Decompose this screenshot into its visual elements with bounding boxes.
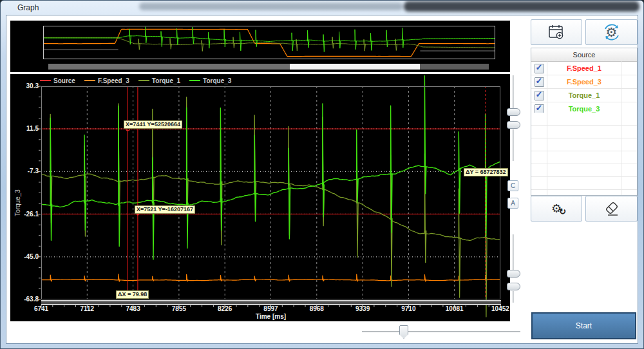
x-tick-label: 7112 <box>80 305 94 312</box>
c-button[interactable]: C <box>507 180 518 191</box>
x-tick-label: 10452 <box>491 305 509 312</box>
main-chart-canvas[interactable] <box>41 86 500 299</box>
x-tick-label: 8226 <box>218 305 232 312</box>
source-row-spacer <box>621 75 637 88</box>
calendar-add-icon <box>547 24 565 41</box>
horizontal-slider-thumb[interactable] <box>399 325 408 339</box>
main-chart-panel: Source F.Speed_3 Torque_1 Torque_3 Torqu… <box>10 74 510 321</box>
eraser-button[interactable] <box>585 196 638 222</box>
legend-item-torque3: Torque_3 <box>189 77 231 84</box>
source-list-divider <box>547 61 547 195</box>
delta-y-tooltip: ΔY = 68727832 <box>464 168 508 176</box>
x-axis-title: Time [ms] <box>41 313 500 320</box>
delta-x-tooltip: ΔX = 79.98 <box>116 290 149 299</box>
source-row-label: F.Speed_1 <box>547 64 621 72</box>
x-tick-label: 7855 <box>172 305 186 312</box>
checkbox-torque1[interactable] <box>535 91 544 100</box>
legend-label: Torque_1 <box>152 77 180 84</box>
zoom-slider-track-bottom-2[interactable] <box>513 291 514 303</box>
titlebar-blur-light <box>139 3 403 10</box>
source-row-label: Torque_3 <box>547 105 621 113</box>
overview-scrollbar-track-left[interactable] <box>48 64 290 70</box>
cursor-tooltip-2: X=7521 Y=-16207167 <box>135 205 195 214</box>
y-tick-label: -26.1 <box>17 211 39 218</box>
gear-run-button[interactable]: ⚙ ↻ <box>531 196 582 222</box>
legend-item-source: Source <box>40 77 75 84</box>
client-area: Source F.Speed_3 Torque_1 Torque_3 Torqu… <box>6 15 638 344</box>
eraser-icon <box>602 200 621 217</box>
zoom-slider-track-top-2[interactable] <box>513 129 514 161</box>
legend-item-fspeed3: F.Speed_3 <box>84 77 129 84</box>
x-axis-bar[interactable] <box>41 300 501 305</box>
overview-chart-canvas[interactable] <box>44 26 495 59</box>
run-arrow-icon: ↻ <box>559 207 566 216</box>
overview-scrollbar-thumb[interactable] <box>290 64 420 70</box>
app-window: Graph Source F.Speed_3 <box>0 0 644 349</box>
y-tick-label: 11.5 <box>17 125 39 132</box>
source-row-label: Torque_1 <box>547 91 621 99</box>
source-row-label: F.Speed_3 <box>547 78 621 86</box>
x-tick-label: 9339 <box>355 305 370 312</box>
chart-legend: Source F.Speed_3 Torque_1 Torque_3 <box>40 76 231 85</box>
y-tick-label: -45.0 <box>17 253 39 260</box>
window-title: Graph <box>17 3 39 12</box>
calendar-add-button[interactable] <box>531 19 582 45</box>
x-tick-label: 6741 <box>34 305 48 312</box>
zoom-slider-track-top-1[interactable] <box>513 75 514 109</box>
legend-line-sample <box>189 80 200 81</box>
start-button[interactable]: Start <box>531 312 636 339</box>
overview-scrollbar-track-right[interactable] <box>420 64 489 70</box>
titlebar-blur-dark <box>404 1 639 12</box>
zoom-slider-thumb-top-1[interactable] <box>507 108 520 116</box>
legend-item-torque1: Torque_1 <box>138 77 180 84</box>
legend-line-sample <box>84 80 95 81</box>
legend-label: Torque_3 <box>203 77 231 84</box>
zoom-slider-track-bottom-1[interactable] <box>513 234 514 270</box>
gear-sync-button[interactable]: ⚙ <box>585 19 638 45</box>
source-row-spacer <box>621 62 637 75</box>
zoom-slider-thumb-bottom-2[interactable] <box>507 283 520 290</box>
checkbox-fspeed1[interactable] <box>535 64 544 73</box>
x-tick-label: 9710 <box>401 305 415 312</box>
x-tick-label: 8597 <box>263 305 278 312</box>
cursor-tooltip-1: X=7441 Y=52520664 <box>124 120 182 129</box>
checkbox-fspeed3[interactable] <box>535 77 544 87</box>
sync-arrows-icon <box>601 23 623 42</box>
titlebar[interactable]: Graph <box>1 1 643 15</box>
zoom-slider-thumb-bottom-1[interactable] <box>507 270 520 278</box>
overview-chart-panel <box>10 21 510 72</box>
source-list: Source F.Speed_1 F.Speed_3 Torque_1 Torq… <box>531 48 638 196</box>
y-tick-label: 30.3 <box>17 82 39 90</box>
x-tick-label: 8968 <box>310 305 324 312</box>
source-list-header: Source <box>531 48 637 62</box>
x-tick-label: 7483 <box>126 305 140 312</box>
a-button[interactable]: A <box>507 198 518 209</box>
source-row-spacer <box>621 89 637 102</box>
legend-line-sample <box>138 80 149 81</box>
y-tick-label: -7.3 <box>17 167 39 174</box>
legend-label: Source <box>53 77 75 84</box>
x-tick-label: 10081 <box>446 305 464 312</box>
legend-label: F.Speed_3 <box>98 77 129 84</box>
source-list-divider <box>621 61 621 195</box>
overview-plot-frame[interactable] <box>43 26 495 59</box>
y-tick-label: -63.8 <box>17 296 39 303</box>
zoom-slider-thumb-top-2[interactable] <box>507 121 520 129</box>
horizontal-slider-track[interactable] <box>362 331 520 333</box>
legend-line-sample <box>40 80 51 81</box>
